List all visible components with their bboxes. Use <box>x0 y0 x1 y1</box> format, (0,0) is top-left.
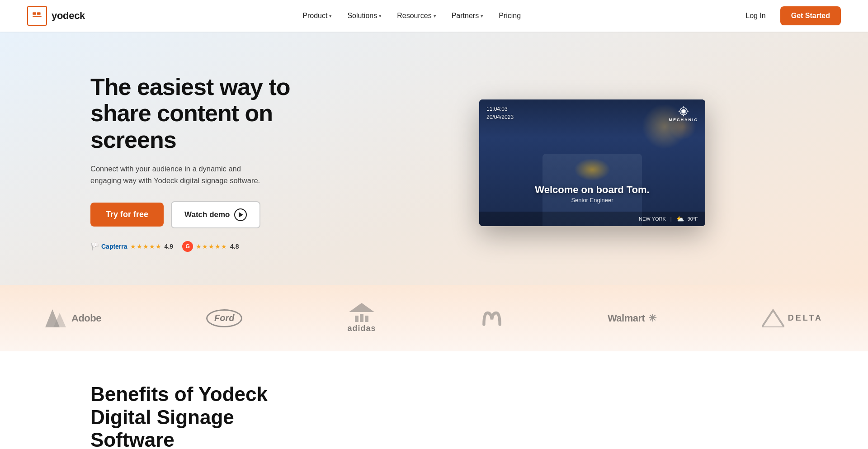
brand-walmart-text: Walmart <box>608 312 645 324</box>
login-button[interactable]: Log In <box>738 8 773 24</box>
screen-welcome-text: Welcome on board Tom. Senior Engineer <box>479 184 705 203</box>
play-icon <box>234 208 247 221</box>
get-started-button[interactable]: Get Started <box>780 6 841 25</box>
screen-time: 11:04:03 20/04/2023 <box>486 105 514 121</box>
walmart-spark-icon: ✳ <box>648 312 656 324</box>
adidas-triangle-icon <box>349 303 374 312</box>
capterra-rating: 🏳️ Capterra ★★★★★ 4.9 <box>90 242 173 250</box>
resources-chevron-icon: ▾ <box>434 13 436 19</box>
watch-demo-button[interactable]: Watch demo <box>171 201 260 228</box>
screen-bottom-bar: NEW YORK | ⛅ 90°F <box>479 212 705 226</box>
logo-icon <box>27 6 47 26</box>
hero-content: The easiest way to share content on scre… <box>90 74 307 251</box>
brand-adidas-text: adidas <box>347 324 376 333</box>
svg-rect-1 <box>37 12 41 14</box>
capterra-flag-icon: 🏳️ <box>90 242 99 250</box>
screen-mockup: 11:04:03 20/04/2023 MECHANIC <box>479 99 705 226</box>
nav-solutions[interactable]: Solutions ▾ <box>341 8 388 24</box>
brand-adidas: adidas <box>347 303 376 333</box>
nav-links: Product ▾ Solutions ▾ Resources ▾ Partne… <box>296 8 527 24</box>
mechanic-logo: MECHANIC <box>669 105 698 122</box>
brand-adobe: Adobe <box>45 309 101 327</box>
weather-icon: ⛅ <box>676 215 684 222</box>
welcome-subtitle: Senior Engineer <box>479 197 705 203</box>
capterra-name: Capterra <box>101 243 127 250</box>
nav-product[interactable]: Product ▾ <box>296 8 338 24</box>
hero-title: The easiest way to share content on scre… <box>90 74 307 153</box>
try-free-button[interactable]: Try for free <box>90 203 164 227</box>
g2-stars: ★★★★★ <box>196 243 227 250</box>
g2-logo: G <box>182 241 193 252</box>
hero-subtitle: Connect with your audience in a dynamic … <box>90 163 271 187</box>
nav-pricing[interactable]: Pricing <box>492 8 527 24</box>
brand-ford: Ford <box>206 309 242 327</box>
g2-score: 4.8 <box>230 243 239 250</box>
partners-chevron-icon: ▾ <box>481 13 483 19</box>
svg-rect-0 <box>33 12 36 14</box>
brands-strip: Adobe Ford adidas Walmart ✳ <box>0 285 868 351</box>
hero-buttons: Try for free Watch demo <box>90 201 307 228</box>
svg-point-3 <box>682 109 685 113</box>
welcome-title: Welcome on board Tom. <box>479 184 705 196</box>
hero-image-area: 11:04:03 20/04/2023 MECHANIC <box>344 99 841 226</box>
brand-delta: DELTA <box>762 309 823 327</box>
hero-section: The easiest way to share content on scre… <box>0 32 868 285</box>
brand-name: yodeck <box>52 10 85 22</box>
brand-walmart: Walmart ✳ <box>608 312 656 324</box>
nav-right: Log In Get Started <box>738 6 841 25</box>
nav-partners[interactable]: Partners ▾ <box>445 8 490 24</box>
solutions-chevron-icon: ▾ <box>379 13 382 19</box>
screen-top-bar: 11:04:03 20/04/2023 MECHANIC <box>479 99 705 126</box>
ratings-area: 🏳️ Capterra ★★★★★ 4.9 G ★★★★★ 4.8 <box>90 241 307 252</box>
screen-temperature: 90°F <box>688 216 698 222</box>
capterra-stars: ★★★★★ <box>130 243 162 250</box>
logo-link[interactable]: yodeck <box>27 6 85 26</box>
bottom-section: Benefits of Yodeck Digital Signage Softw… <box>0 351 868 449</box>
nav-resources[interactable]: Resources ▾ <box>391 8 442 24</box>
product-chevron-icon: ▾ <box>329 13 332 19</box>
navbar: yodeck Product ▾ Solutions ▾ Resources ▾… <box>0 0 868 32</box>
brand-adobe-text: Adobe <box>71 312 101 324</box>
capterra-logo: 🏳️ Capterra <box>90 242 127 250</box>
g2-rating: G ★★★★★ 4.8 <box>182 241 239 252</box>
brand-mcdonalds <box>481 309 503 327</box>
bottom-title: Benefits of Yodeck Digital Signage Softw… <box>90 383 316 449</box>
screen-location: NEW YORK <box>639 216 666 222</box>
capterra-score: 4.9 <box>165 243 173 250</box>
svg-rect-2 <box>33 16 42 17</box>
brand-delta-text: DELTA <box>788 313 823 323</box>
svg-marker-8 <box>762 310 784 327</box>
